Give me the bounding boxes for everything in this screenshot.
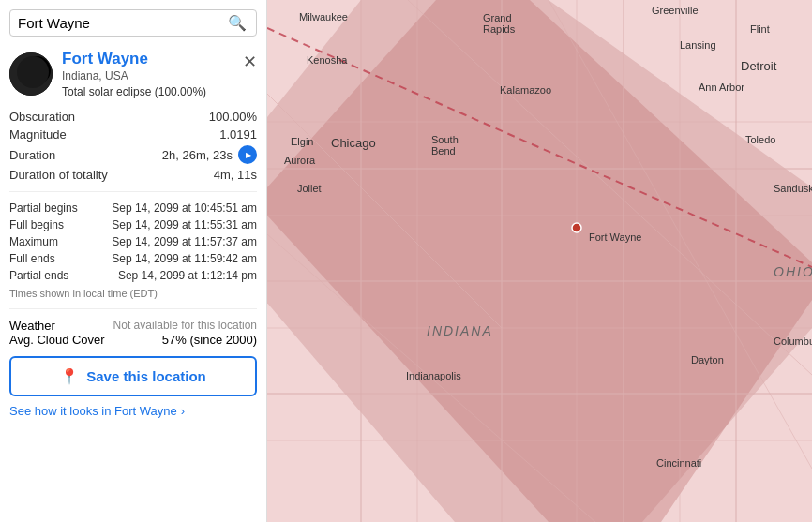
svg-text:Toledo: Toledo <box>745 134 775 145</box>
totality-label: Duration of totality <box>9 168 108 182</box>
divider-1 <box>9 191 257 192</box>
search-bar: 🔍 <box>9 9 257 37</box>
divider-2 <box>9 308 257 309</box>
totality-value: 4m, 11s <box>214 168 257 182</box>
play-button[interactable] <box>238 145 257 164</box>
svg-text:Bend: Bend <box>431 145 456 157</box>
weather-note: Not available for this location <box>113 319 257 333</box>
save-button[interactable]: 📍 Save this location <box>9 356 257 396</box>
eclipse-type: Total solar eclipse (100.00%) <box>62 85 233 98</box>
see-how-link[interactable]: See how it looks in Fort Wayne › <box>0 400 266 425</box>
totality-row: Duration of totality 4m, 11s <box>9 166 257 184</box>
svg-text:Indianapolis: Indianapolis <box>406 370 461 381</box>
time-label-4: Partial ends <box>9 269 94 282</box>
location-header: Fort Wayne Indiana, USA Total solar ecli… <box>0 44 266 102</box>
svg-text:Kalamazoo: Kalamazoo <box>500 84 551 96</box>
times-section: Partial begins Sep 14, 2099 at 10:45:51 … <box>0 198 266 286</box>
svg-point-22 <box>572 223 581 232</box>
svg-text:Joliet: Joliet <box>297 183 322 194</box>
time-label-3: Full ends <box>9 252 94 265</box>
weather-section: Weather Not available for this location … <box>0 315 266 349</box>
svg-text:Aurora: Aurora <box>284 155 316 166</box>
time-value-3: Sep 14, 2099 at 11:59:42 am <box>112 252 257 265</box>
duration-row: Duration 2h, 26m, 23s <box>9 143 257 166</box>
eclipse-icon <box>9 52 53 96</box>
svg-text:Ann Arbor: Ann Arbor <box>699 82 744 93</box>
svg-text:Kenosha: Kenosha <box>307 54 348 66</box>
time-value-1: Sep 14, 2099 at 11:55:31 am <box>112 218 257 231</box>
close-button[interactable]: ✕ <box>243 52 257 72</box>
cloud-label: Avg. Cloud Cover <box>9 333 105 347</box>
duration-value: 2h, 26m, 23s <box>162 148 233 162</box>
left-panel: 🔍 Fort Wayne Indiana, USA Total solar ec… <box>0 0 267 522</box>
svg-text:South: South <box>431 134 459 145</box>
svg-text:Chicago: Chicago <box>331 136 376 150</box>
time-value-0: Sep 14, 2099 at 10:45:51 am <box>112 201 257 215</box>
svg-text:Flint: Flint <box>750 23 770 35</box>
map-svg: Milwaukee Grand Rapids Greenville Flint … <box>267 0 812 522</box>
cloud-row: Avg. Cloud Cover 57% (since 2000) <box>9 333 257 347</box>
time-row-4: Partial ends Sep 14, 2099 at 1:12:14 pm <box>9 267 257 284</box>
svg-text:Lansing: Lansing <box>680 39 716 51</box>
weather-row: Weather Not available for this location <box>9 319 257 333</box>
search-input[interactable] <box>18 15 226 31</box>
time-label-2: Maximum <box>9 235 94 248</box>
chevron-right-icon: › <box>181 404 185 418</box>
time-row-3: Full ends Sep 14, 2099 at 11:59:42 am <box>9 250 257 267</box>
see-how-text: See how it looks in Fort Wayne <box>9 404 177 418</box>
svg-text:Elgin: Elgin <box>291 136 313 147</box>
svg-text:OHIO: OHIO <box>774 264 812 279</box>
svg-text:Sandusky: Sandusky <box>774 183 812 194</box>
magnitude-row: Magnitude 1.0191 <box>9 126 257 143</box>
svg-text:Fort Wayne: Fort Wayne <box>589 231 641 243</box>
obscuration-row: Obscuration 100.00% <box>9 108 257 126</box>
obscuration-value: 100.00% <box>209 110 257 124</box>
magnitude-label: Magnitude <box>9 127 67 142</box>
weather-label: Weather <box>9 319 55 333</box>
search-icon: 🔍 <box>228 15 247 31</box>
magnitude-value: 1.0191 <box>219 127 257 142</box>
svg-text:Cincinnati: Cincinnati <box>656 457 701 469</box>
location-sub: Indiana, USA <box>62 69 233 82</box>
location-name: Fort Wayne <box>62 50 233 68</box>
time-value-2: Sep 14, 2099 at 11:57:37 am <box>112 235 257 248</box>
time-label-0: Partial begins <box>9 201 94 215</box>
map-area[interactable]: Milwaukee Grand Rapids Greenville Flint … <box>267 0 812 522</box>
svg-text:Grand: Grand <box>483 12 512 23</box>
search-button[interactable]: 🔍 <box>226 14 248 32</box>
svg-text:Milwaukee: Milwaukee <box>299 11 348 22</box>
time-row-2: Maximum Sep 14, 2099 at 11:57:37 am <box>9 233 257 250</box>
svg-text:Detroit: Detroit <box>741 59 777 73</box>
cloud-value: 57% (since 2000) <box>162 333 257 347</box>
pin-icon: 📍 <box>60 367 79 385</box>
save-label: Save this location <box>86 368 206 384</box>
svg-text:Greenville: Greenville <box>652 5 699 16</box>
time-row-1: Full begins Sep 14, 2099 at 11:55:31 am <box>9 216 257 233</box>
location-info: Fort Wayne Indiana, USA Total solar ecli… <box>62 50 233 98</box>
obscuration-label: Obscuration <box>9 110 75 124</box>
stats-section: Obscuration 100.00% Magnitude 1.0191 Dur… <box>0 102 266 186</box>
duration-label: Duration <box>9 148 55 162</box>
svg-text:INDIANA: INDIANA <box>427 323 493 338</box>
times-note: Times shown in local time (EDT) <box>0 286 266 303</box>
time-value-4: Sep 14, 2099 at 1:12:14 pm <box>118 269 257 282</box>
time-row-0: Partial begins Sep 14, 2099 at 10:45:51 … <box>9 200 257 216</box>
svg-text:Columbus: Columbus <box>774 336 812 347</box>
svg-text:Rapids: Rapids <box>483 23 516 35</box>
time-label-1: Full begins <box>9 218 94 231</box>
svg-text:Dayton: Dayton <box>691 354 724 365</box>
